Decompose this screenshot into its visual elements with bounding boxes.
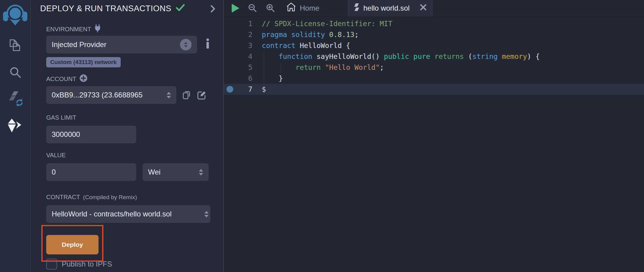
line-number: 4 bbox=[237, 51, 257, 62]
environment-select-arrows-icon bbox=[180, 39, 192, 50]
plug-icon bbox=[94, 24, 101, 34]
zoom-out-icon[interactable] bbox=[248, 3, 257, 13]
account-select-arrows-icon bbox=[167, 92, 171, 98]
code-area[interactable]: 1// SPDX-License-Identifier: MIT2pragma … bbox=[224, 16, 644, 272]
environment-info-icon[interactable] bbox=[205, 38, 211, 49]
panel-title: DEPLOY & RUN TRANSACTIONS bbox=[40, 4, 185, 14]
tab-hello-world-sol[interactable]: hello world.sol bbox=[348, 0, 432, 16]
publish-to-ipfs-label: Publish to IPFS bbox=[62, 260, 112, 268]
solidity-compiler-icon[interactable] bbox=[7, 91, 23, 107]
publish-to-ipfs-checkbox[interactable] bbox=[46, 259, 57, 270]
remix-logo-icon[interactable] bbox=[3, 2, 28, 27]
code-line-6[interactable]: 6 } bbox=[224, 73, 644, 84]
line-number: 1 bbox=[237, 18, 257, 29]
code-text: } bbox=[257, 73, 283, 84]
glyph-margin[interactable] bbox=[224, 51, 237, 62]
code-editor: Home hello world.sol 1/ bbox=[224, 0, 644, 272]
collapse-panel-chevron-icon[interactable] bbox=[210, 5, 215, 14]
value-unit-select[interactable]: Wei bbox=[143, 163, 209, 181]
code-text: // SPDX-License-Identifier: MIT bbox=[257, 18, 392, 29]
code-line-4[interactable]: 4 function sayHelloWorld() public pure r… bbox=[224, 51, 644, 62]
gas-limit-input[interactable]: 3000000 bbox=[46, 126, 136, 143]
editor-tabbar: Home hello world.sol bbox=[224, 0, 644, 16]
value-label-row: VALUE bbox=[46, 152, 66, 159]
breakpoint-dot-icon[interactable] bbox=[227, 86, 233, 93]
line-number: 7 bbox=[237, 84, 257, 95]
home-tab-label: Home bbox=[300, 4, 319, 12]
code-text: function sayHelloWorld() public pure ret… bbox=[257, 51, 540, 62]
gas-limit-value: 3000000 bbox=[52, 130, 131, 139]
contract-select-arrows-icon bbox=[204, 211, 209, 217]
run-script-icon[interactable] bbox=[232, 4, 239, 13]
contract-selected-value: HelloWorld - contracts/hello world.sol bbox=[52, 210, 204, 218]
account-select[interactable]: 0xBB9...29733 (23.6688965 bbox=[46, 86, 176, 104]
panel-title-text: DEPLOY & RUN TRANSACTIONS bbox=[40, 4, 171, 13]
value-amount: 0 bbox=[52, 168, 131, 176]
tab-home[interactable]: Home bbox=[283, 0, 322, 16]
home-icon bbox=[286, 2, 296, 14]
environment-select[interactable]: Injected Provider bbox=[46, 36, 197, 53]
value-unit: Wei bbox=[148, 168, 196, 176]
value-input[interactable]: 0 bbox=[46, 163, 136, 181]
environment-label: ENVIRONMENT bbox=[46, 26, 91, 33]
contract-select[interactable]: HelloWorld - contracts/hello world.sol bbox=[46, 205, 210, 223]
icon-rail bbox=[0, 0, 31, 272]
code-line-7[interactable]: 7$ bbox=[224, 84, 644, 95]
account-label: ACCOUNT bbox=[46, 76, 76, 83]
code-text: return "Hello World"; bbox=[257, 62, 384, 73]
code-line-5[interactable]: 5 return "Hello World"; bbox=[224, 62, 644, 73]
environment-selected-value: Injected Provider bbox=[52, 40, 180, 49]
add-account-icon[interactable] bbox=[79, 74, 88, 84]
code-line-1[interactable]: 1// SPDX-License-Identifier: MIT bbox=[224, 18, 644, 29]
deploy-and-run-icon[interactable] bbox=[7, 118, 23, 134]
copy-account-icon[interactable] bbox=[182, 90, 192, 100]
line-number: 6 bbox=[237, 73, 257, 84]
code-text: contract HelloWorld { bbox=[257, 40, 350, 51]
deploy-button[interactable]: Deploy bbox=[46, 235, 99, 254]
glyph-margin[interactable] bbox=[224, 18, 237, 29]
edit-account-icon[interactable] bbox=[197, 90, 207, 100]
gas-limit-label-row: GAS LIMIT bbox=[46, 114, 76, 121]
glyph-margin[interactable] bbox=[224, 73, 237, 84]
account-selected-value: 0xBB9...29733 (23.6688965 bbox=[52, 91, 164, 99]
zoom-in-icon[interactable] bbox=[266, 3, 275, 13]
contract-label: CONTRACT bbox=[46, 194, 80, 201]
search-icon[interactable] bbox=[7, 64, 23, 80]
value-unit-arrows-icon bbox=[199, 169, 203, 175]
file-tab-label: hello world.sol bbox=[363, 4, 410, 12]
close-tab-icon[interactable] bbox=[420, 4, 427, 12]
value-label: VALUE bbox=[46, 152, 66, 159]
account-label-row: ACCOUNT bbox=[46, 74, 88, 84]
file-explorer-icon[interactable] bbox=[7, 38, 23, 53]
check-icon bbox=[176, 4, 185, 14]
indent-guide bbox=[280, 63, 281, 73]
glyph-margin[interactable] bbox=[224, 40, 237, 51]
contract-sub-label: (Compiled by Remix) bbox=[83, 194, 137, 201]
deploy-run-panel: DEPLOY & RUN TRANSACTIONS ENVIRONMENT In… bbox=[31, 0, 224, 272]
code-text: $ bbox=[257, 84, 266, 95]
glyph-margin[interactable] bbox=[224, 29, 237, 40]
code-line-2[interactable]: 2pragma solidity 0.8.13; bbox=[224, 29, 644, 40]
contract-label-row: CONTRACT (Compiled by Remix) bbox=[46, 194, 137, 201]
gas-limit-label: GAS LIMIT bbox=[46, 114, 76, 121]
glyph-margin[interactable] bbox=[224, 84, 237, 95]
solidity-file-icon bbox=[354, 3, 360, 13]
glyph-margin[interactable] bbox=[224, 62, 237, 73]
code-text: pragma solidity 0.8.13; bbox=[257, 29, 359, 40]
line-number: 3 bbox=[237, 40, 257, 51]
line-number: 2 bbox=[237, 29, 257, 40]
code-line-3[interactable]: 3contract HelloWorld { bbox=[224, 40, 644, 51]
remix-ide-window: DEPLOY & RUN TRANSACTIONS ENVIRONMENT In… bbox=[0, 0, 644, 272]
network-badge: Custom (43113) network bbox=[46, 57, 121, 67]
environment-label-row: ENVIRONMENT bbox=[46, 24, 101, 34]
indent-guide bbox=[264, 53, 264, 83]
line-number: 5 bbox=[237, 62, 257, 73]
